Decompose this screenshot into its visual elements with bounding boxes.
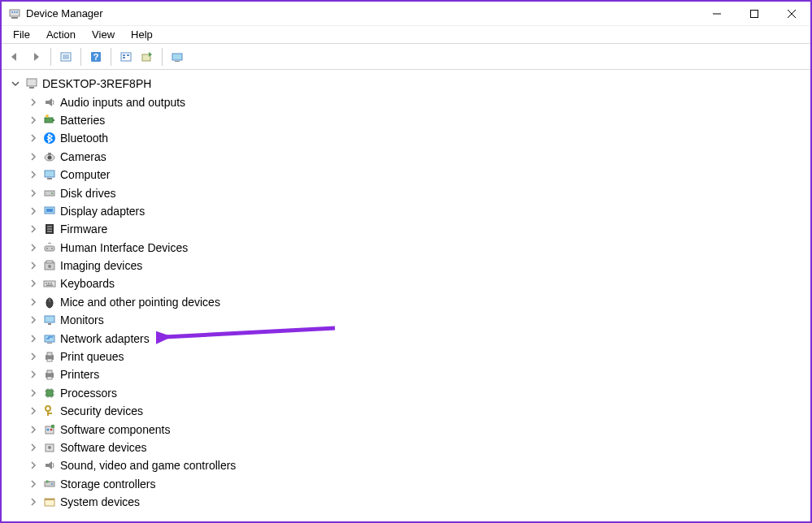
tree-category-node[interactable]: Bluetooth [24,129,810,147]
tree-category-node[interactable]: Display adapters [24,202,810,220]
expand-icon[interactable] [28,188,39,199]
svg-rect-16 [123,54,125,56]
tree-category-node[interactable]: Software components [24,420,810,438]
tree-category-node[interactable]: Sound, video and game controllers [24,456,810,474]
tree-root-node[interactable]: DESKTOP-3REF8PH [7,75,810,93]
tree-category-node[interactable]: Keyboards [24,274,810,292]
forward-button[interactable] [26,47,46,67]
expand-icon[interactable] [28,478,39,490]
expand-icon[interactable] [28,151,39,162]
show-hidden-button[interactable] [56,47,76,67]
tree-category-node[interactable]: Storage controllers [24,475,810,493]
svg-rect-1 [11,17,18,19]
expand-icon[interactable] [28,405,39,417]
category-label: Keyboards [60,277,115,290]
menu-help[interactable]: Help [123,27,161,42]
expand-icon[interactable] [28,242,39,253]
expand-icon[interactable] [28,424,39,435]
expand-icon[interactable] [28,169,39,180]
svg-rect-39 [47,226,52,227]
tree-category-node[interactable]: Processors [24,384,810,402]
expand-icon[interactable] [28,296,39,308]
minimize-button[interactable] [698,2,736,26]
tree-category-node[interactable]: System devices [24,493,810,511]
expand-icon[interactable] [28,460,39,471]
expand-icon[interactable] [28,351,39,362]
tree-category-node[interactable]: Firmware [24,220,810,238]
svg-point-2 [11,11,13,13]
svg-rect-22 [27,79,37,86]
expand-icon[interactable] [28,205,39,217]
category-label: Processors [60,387,117,400]
software2-icon [42,440,57,455]
category-label: Monitors [60,313,104,326]
display-icon [42,204,57,218]
category-label: Printers [60,368,99,381]
storage-icon [42,477,57,491]
menu-view[interactable]: View [84,27,123,42]
svg-rect-17 [123,57,125,58]
close-button[interactable] [773,2,810,26]
device-tree: DESKTOP-3REF8PH Audio inputs and outputs… [2,70,810,516]
tree-category-node[interactable]: Batteries [24,111,810,129]
expand-icon[interactable] [28,442,39,453]
update-driver-button[interactable] [137,47,157,67]
svg-rect-40 [47,228,52,230]
menu-action[interactable]: Action [38,27,84,42]
category-label: Firmware [60,223,107,236]
svg-rect-34 [45,191,54,196]
keyboard-icon [42,276,57,291]
expand-icon[interactable] [28,260,39,271]
expand-icon[interactable] [28,387,39,399]
svg-rect-33 [47,178,52,179]
category-label: Software components [60,423,170,436]
collapse-icon[interactable] [10,78,21,89]
tree-category-node[interactable]: Disk drives [24,184,810,201]
tree-category-node[interactable]: Software devices [24,439,810,456]
expand-icon[interactable] [28,278,39,289]
expand-icon[interactable] [28,496,39,508]
computer-icon [42,167,57,182]
expand-icon[interactable] [28,223,39,235]
tree-category-node[interactable]: Printers [24,365,810,383]
svg-rect-23 [29,87,34,89]
expand-icon[interactable] [28,314,39,326]
expand-icon[interactable] [28,369,39,380]
tree-category-node[interactable]: Cameras [24,148,810,166]
tree-category-node[interactable]: Mice and other pointing devices [24,293,810,311]
tree-category-node[interactable]: Network adapters [24,329,810,347]
tree-category-node[interactable]: Monitors [24,311,810,329]
security-icon [42,404,57,418]
tree-category-node[interactable]: Print queues [24,348,810,365]
svg-text:?: ? [93,52,99,62]
expand-icon[interactable] [28,132,39,144]
tree-category-node[interactable]: Security devices [24,402,810,420]
toolbar-separator [80,48,81,66]
tree-category-node[interactable]: Audio inputs and outputs [24,93,810,110]
tree-category-node[interactable]: Human Interface Devices [24,239,810,257]
expand-icon[interactable] [28,115,39,126]
svg-rect-26 [53,119,54,121]
tree-category-node[interactable]: Computer [24,166,810,184]
category-label: Display adapters [60,205,145,218]
speaker-icon [42,95,57,110]
svg-rect-49 [46,283,47,284]
svg-point-35 [51,192,53,194]
properties-button[interactable] [116,47,136,67]
tree-category-node[interactable]: Imaging devices [24,257,810,274]
computer-icon [24,76,39,91]
maximize-button[interactable] [736,2,773,26]
expand-icon[interactable] [28,97,39,108]
window-title: Device Manager [26,7,103,19]
category-label: Software devices [60,441,147,454]
software-icon [42,422,57,437]
svg-point-44 [51,248,53,249]
menu-file[interactable]: File [5,27,38,42]
imaging-icon [42,258,57,273]
expand-icon[interactable] [28,333,39,344]
svg-rect-82 [46,464,49,467]
svg-point-4 [16,11,18,13]
back-button[interactable] [5,47,24,67]
help-button[interactable]: ? [86,47,106,67]
scan-button[interactable] [167,47,187,67]
